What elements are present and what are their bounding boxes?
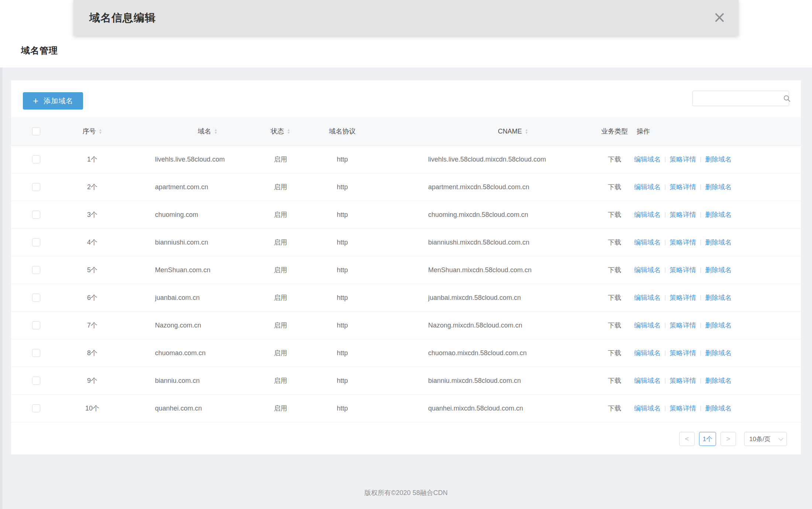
cell-value-cname: chuomao.mixcdn.58cloud.com.cn bbox=[428, 349, 527, 357]
column-header-protocol: 域名协议 bbox=[301, 127, 384, 136]
cell-value-status: 启用 bbox=[274, 321, 287, 330]
cell-value-biz_type: 下载 bbox=[608, 183, 621, 191]
cell-value-biz_type: 下载 bbox=[608, 321, 621, 330]
cell-cname: chuoming.mixcdn.58cloud.com.cn bbox=[384, 211, 598, 219]
current-page-label: 1个 bbox=[703, 435, 712, 443]
cell-domain: bianniushi.com.cn bbox=[124, 239, 260, 246]
cell-value-domain: bianniu.com.cn bbox=[155, 377, 200, 385]
cell-domain: chuomao.com.cn bbox=[124, 349, 260, 357]
action-separator: | bbox=[700, 350, 701, 356]
column-header-label: 域名 bbox=[198, 127, 211, 136]
delete-domain-link[interactable]: 删除域名 bbox=[705, 155, 732, 164]
policy-detail-link[interactable]: 策略详情 bbox=[670, 376, 696, 385]
pagination-next-button[interactable]: > bbox=[720, 432, 736, 446]
policy-detail-link[interactable]: 策略详情 bbox=[670, 183, 696, 191]
select-row-checkbox[interactable] bbox=[32, 377, 40, 385]
cell-status: 启用 bbox=[260, 210, 301, 219]
policy-detail-link[interactable]: 策略详情 bbox=[670, 321, 696, 330]
delete-domain-link[interactable]: 删除域名 bbox=[705, 376, 732, 385]
cell-checkbox bbox=[11, 294, 61, 302]
edit-domain-link[interactable]: 编辑域名 bbox=[634, 376, 661, 385]
cell-index: 9个 bbox=[61, 376, 124, 385]
select-row-checkbox[interactable] bbox=[32, 211, 40, 219]
policy-detail-link[interactable]: 策略详情 bbox=[670, 238, 696, 247]
cell-biz_type: 下载 bbox=[598, 210, 631, 219]
cell-value-cname: Nazong.mixcdn.58cloud.com.cn bbox=[428, 322, 522, 329]
delete-domain-link[interactable]: 删除域名 bbox=[705, 404, 732, 413]
edit-domain-link[interactable]: 编辑域名 bbox=[634, 349, 661, 357]
cell-value-biz_type: 下载 bbox=[608, 404, 621, 413]
edit-domain-link[interactable]: 编辑域名 bbox=[634, 293, 661, 302]
add-domain-button[interactable]: + 添加域名 bbox=[23, 92, 83, 110]
modal-header: 域名信息编辑 × bbox=[73, 0, 739, 36]
cell-value-index: 1个 bbox=[87, 155, 97, 164]
cell-value-domain: juanbai.com.cn bbox=[155, 294, 200, 302]
cell-actions: 编辑域名|策略详情|删除域名 bbox=[631, 266, 801, 274]
select-row-checkbox[interactable] bbox=[32, 321, 40, 329]
delete-domain-link[interactable]: 删除域名 bbox=[705, 238, 732, 247]
edit-domain-link[interactable]: 编辑域名 bbox=[634, 404, 661, 413]
policy-detail-link[interactable]: 策略详情 bbox=[670, 404, 696, 413]
edit-domain-link[interactable]: 编辑域名 bbox=[634, 183, 661, 191]
add-domain-button-label: 添加域名 bbox=[44, 96, 73, 106]
column-header-domain[interactable]: 域名▲▼ bbox=[124, 127, 260, 136]
cell-value-status: 启用 bbox=[274, 183, 287, 191]
policy-detail-link[interactable]: 策略详情 bbox=[670, 155, 696, 164]
cell-cname: chuomao.mixcdn.58cloud.com.cn bbox=[384, 349, 598, 357]
cell-protocol: http bbox=[301, 405, 384, 412]
search-input[interactable] bbox=[693, 95, 783, 102]
edit-domain-link[interactable]: 编辑域名 bbox=[634, 155, 661, 164]
cell-domain: MenShuan.com.cn bbox=[124, 266, 260, 274]
cell-actions: 编辑域名|策略详情|删除域名 bbox=[631, 321, 801, 330]
delete-domain-link[interactable]: 删除域名 bbox=[705, 210, 732, 219]
pagination-current-page[interactable]: 1个 bbox=[699, 432, 716, 446]
edit-domain-link[interactable]: 编辑域名 bbox=[634, 238, 661, 247]
policy-detail-link[interactable]: 策略详情 bbox=[670, 349, 696, 357]
column-header-biz_type: 业务类型 bbox=[598, 127, 631, 136]
cell-index: 4个 bbox=[61, 238, 124, 247]
close-icon[interactable]: × bbox=[713, 10, 726, 25]
pagination-prev-button[interactable]: < bbox=[679, 432, 695, 446]
select-row-checkbox[interactable] bbox=[32, 238, 40, 246]
policy-detail-link[interactable]: 策略详情 bbox=[670, 210, 696, 219]
search-icon bbox=[783, 95, 791, 102]
column-header-index[interactable]: 序号▲▼ bbox=[61, 127, 124, 136]
column-header-label: 操作 bbox=[637, 127, 650, 136]
cell-protocol: http bbox=[301, 377, 384, 385]
select-row-checkbox[interactable] bbox=[32, 266, 40, 274]
delete-domain-link[interactable]: 删除域名 bbox=[705, 349, 732, 357]
select-row-checkbox[interactable] bbox=[32, 404, 40, 412]
cell-protocol: http bbox=[301, 211, 384, 219]
action-separator: | bbox=[664, 294, 666, 301]
column-header-actions: 操作 bbox=[631, 127, 801, 136]
action-separator: | bbox=[664, 156, 666, 163]
select-row-checkbox[interactable] bbox=[32, 294, 40, 302]
cell-value-status: 启用 bbox=[274, 155, 287, 164]
column-header-status[interactable]: 状态▲▼ bbox=[260, 127, 301, 136]
cell-value-index: 10个 bbox=[85, 404, 99, 413]
cell-protocol: http bbox=[301, 156, 384, 163]
cell-value-protocol: http bbox=[337, 294, 348, 302]
edit-domain-link[interactable]: 编辑域名 bbox=[634, 266, 661, 274]
cell-checkbox bbox=[11, 211, 61, 219]
policy-detail-link[interactable]: 策略详情 bbox=[670, 293, 696, 302]
delete-domain-link[interactable]: 删除域名 bbox=[705, 183, 732, 191]
action-separator: | bbox=[700, 184, 701, 190]
cell-domain: livehls.live.58cloud.com bbox=[124, 156, 260, 163]
delete-domain-link[interactable]: 删除域名 bbox=[705, 321, 732, 330]
edit-domain-link[interactable]: 编辑域名 bbox=[634, 210, 661, 219]
domain-table: 序号▲▼域名▲▼状态▲▼域名协议CNAME▲▼业务类型操作 1个livehls.… bbox=[11, 117, 801, 422]
delete-domain-link[interactable]: 删除域名 bbox=[705, 266, 732, 274]
select-row-checkbox[interactable] bbox=[32, 349, 40, 357]
cell-cname: juanbai.mixcdn.58cloud.com.cn bbox=[384, 294, 598, 302]
edit-domain-link[interactable]: 编辑域名 bbox=[634, 321, 661, 330]
cell-value-status: 启用 bbox=[274, 238, 287, 247]
column-header-label: 状态 bbox=[271, 127, 284, 136]
column-header-cname[interactable]: CNAME▲▼ bbox=[384, 128, 598, 135]
delete-domain-link[interactable]: 删除域名 bbox=[705, 293, 732, 302]
policy-detail-link[interactable]: 策略详情 bbox=[670, 266, 696, 274]
select-row-checkbox[interactable] bbox=[32, 183, 40, 191]
select-all-checkbox[interactable] bbox=[32, 127, 40, 135]
page-size-select[interactable]: 10条/页 bbox=[744, 432, 787, 446]
select-row-checkbox[interactable] bbox=[32, 155, 40, 163]
